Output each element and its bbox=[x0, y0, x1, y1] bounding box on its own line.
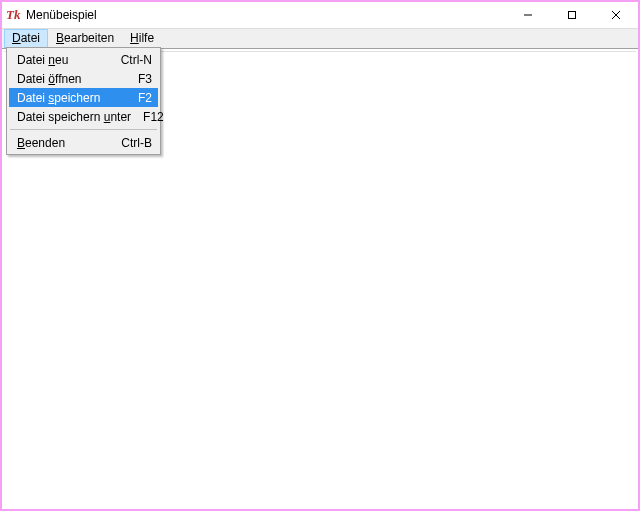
svg-rect-1 bbox=[569, 12, 576, 19]
menu-entry-label: Datei neu bbox=[17, 53, 109, 67]
menu-entry-label: Datei öffnen bbox=[17, 72, 126, 86]
menu-entry-label: Datei speichern unter bbox=[17, 110, 131, 124]
window-title: Menübeispiel bbox=[26, 8, 97, 22]
close-button[interactable] bbox=[594, 2, 638, 28]
menu-entry-0[interactable]: Datei neuCtrl-N bbox=[9, 50, 158, 69]
menu-entry-1[interactable]: Datei öffnenF3 bbox=[9, 69, 158, 88]
titlebar: Tk Menübeispiel bbox=[2, 2, 638, 28]
file-menu-dropdown: Datei neuCtrl-NDatei öffnenF3Datei speic… bbox=[6, 47, 161, 155]
menu-entry-2[interactable]: Datei speichernF2 bbox=[9, 88, 158, 107]
menu-entry-shortcut: F12 bbox=[131, 110, 168, 124]
menubar: DateiBearbeitenHilfe bbox=[2, 28, 638, 49]
maximize-button[interactable] bbox=[550, 2, 594, 28]
menu-hilfe[interactable]: Hilfe bbox=[122, 29, 162, 48]
menu-datei[interactable]: Datei bbox=[4, 29, 48, 48]
app-icon: Tk bbox=[6, 7, 22, 23]
menu-separator bbox=[10, 129, 157, 130]
menu-entry-3[interactable]: Datei speichern unterF12 bbox=[9, 107, 158, 126]
menu-entry-shortcut: F2 bbox=[126, 91, 156, 105]
menu-bearbeiten[interactable]: Bearbeiten bbox=[48, 29, 122, 48]
menu-entry-shortcut: Ctrl-B bbox=[109, 136, 156, 150]
menu-entry-label: Beenden bbox=[17, 136, 109, 150]
menu-entry-label: Datei speichern bbox=[17, 91, 126, 105]
menu-entry-5[interactable]: BeendenCtrl-B bbox=[9, 133, 158, 152]
menu-entry-shortcut: Ctrl-N bbox=[109, 53, 156, 67]
minimize-button[interactable] bbox=[506, 2, 550, 28]
menu-entry-shortcut: F3 bbox=[126, 72, 156, 86]
